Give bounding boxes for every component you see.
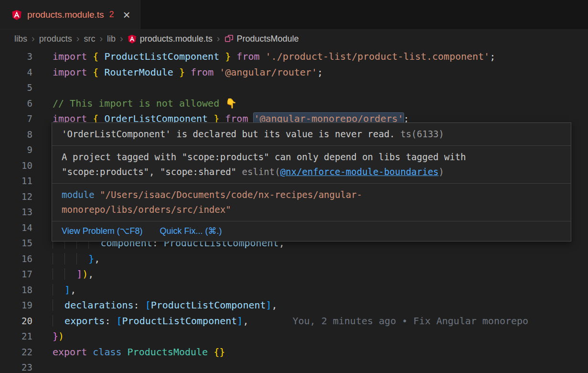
- diagnostic-message-line2: "scope:products", "scope:shared": [62, 166, 242, 177]
- diagnostic-eslint: A project tagged with "scope:products" c…: [52, 146, 571, 184]
- code-token: :: [105, 315, 116, 327]
- code-token: }: [225, 51, 231, 62]
- view-problem-action[interactable]: View Problem (⌥F8): [62, 225, 142, 237]
- indent-guide: [53, 253, 64, 264]
- line-number[interactable]: 18: [0, 282, 32, 298]
- close-icon[interactable]: ×: [123, 9, 130, 21]
- code-line[interactable]: 21}): [0, 329, 588, 344]
- code-token: {: [93, 66, 98, 78]
- indent-guide: [64, 268, 76, 280]
- breadcrumb-label: libs: [14, 34, 27, 44]
- tab-error-count-badge: 2: [109, 10, 114, 20]
- code-token: import: [53, 66, 87, 78]
- code-token: // This import is not allowed 👇: [53, 98, 237, 109]
- code-token: exports: [64, 315, 105, 327]
- code-token: ): [82, 268, 88, 280]
- code-text: ],: [53, 282, 76, 298]
- line-number[interactable]: 14: [0, 220, 32, 236]
- line-number[interactable]: 16: [0, 251, 32, 267]
- code-token: {}: [214, 346, 225, 358]
- code-line[interactable]: 16 },: [0, 251, 588, 267]
- breadcrumb-item-lib[interactable]: lib: [107, 34, 116, 44]
- breadcrumb-label: products: [39, 34, 72, 44]
- code-text: },: [53, 251, 100, 267]
- code-token: }: [179, 66, 185, 78]
- code-token: }: [53, 330, 58, 342]
- line-number[interactable]: 7: [0, 111, 32, 127]
- line-number[interactable]: 8: [0, 127, 32, 143]
- code-token: [: [116, 315, 122, 327]
- line-number[interactable]: 9: [0, 142, 32, 158]
- tab-bar: products.module.ts 2 ×: [0, 0, 588, 30]
- line-number[interactable]: 11: [0, 173, 32, 189]
- vscode-window: { "colors": { "accent_link": "#4daafc", …: [0, 0, 588, 373]
- breadcrumb-label: products.module.ts: [140, 34, 213, 44]
- angular-icon: [128, 34, 137, 44]
- breadcrumb-item-products[interactable]: products: [39, 34, 72, 44]
- breadcrumb-label: lib: [107, 34, 116, 44]
- code-text: exports: [ProductListComponent],You, 2 m…: [53, 313, 528, 329]
- indent-guide: [53, 299, 64, 311]
- code-line[interactable]: 4import { RouterModule } from '@angular/…: [0, 65, 588, 80]
- code-token: RouterModule: [98, 66, 179, 78]
- code-line[interactable]: 23: [0, 360, 588, 373]
- line-number[interactable]: 17: [0, 266, 32, 282]
- code-token: ): [58, 330, 64, 342]
- code-line[interactable]: 5: [0, 80, 588, 96]
- code-line[interactable]: 19 declarations: [ProductListComponent],: [0, 297, 588, 313]
- code-text: import { RouterModule } from '@angular/r…: [53, 65, 323, 80]
- line-number[interactable]: 13: [0, 204, 32, 220]
- line-number[interactable]: 10: [0, 158, 32, 174]
- code-token: [214, 66, 219, 78]
- tab-title: products.module.ts: [27, 10, 104, 20]
- code-line[interactable]: 3import { ProductListComponent } from '.…: [0, 49, 588, 65]
- symbol-module-icon: [225, 34, 234, 44]
- line-number[interactable]: 4: [0, 65, 32, 80]
- tab-products-module-ts[interactable]: products.module.ts 2 ×: [0, 0, 140, 29]
- code-token: [260, 51, 266, 62]
- code-text: // This import is not allowed 👇: [53, 96, 237, 111]
- code-line[interactable]: 6// This import is not allowed 👇: [0, 96, 588, 111]
- line-number[interactable]: 20: [0, 313, 32, 329]
- line-number[interactable]: 15: [0, 235, 32, 251]
- diagnostic-source-suffix: ): [438, 166, 444, 177]
- line-number[interactable]: 23: [0, 360, 32, 373]
- code-text: }): [53, 329, 64, 344]
- code-line[interactable]: 20 exports: [ProductListComponent],You, …: [0, 313, 588, 329]
- line-number[interactable]: 12: [0, 189, 32, 205]
- code-token: '@angular/router': [219, 66, 317, 78]
- code-editor[interactable]: 3import { ProductListComponent } from '.…: [0, 48, 588, 373]
- breadcrumb-item-symbol[interactable]: ProductsModule: [225, 34, 299, 44]
- code-token: './product-list/product-list.component': [266, 51, 490, 62]
- line-number[interactable]: 6: [0, 96, 32, 111]
- line-number[interactable]: 22: [0, 344, 32, 360]
- code-token: [: [145, 299, 151, 311]
- code-line[interactable]: 18 ],: [0, 282, 588, 298]
- code-token: [87, 346, 93, 358]
- quick-fix-action[interactable]: Quick Fix... (⌘.): [160, 225, 222, 237]
- diagnostic-message: 'OrderListComponent' is declared but its…: [62, 129, 395, 139]
- diagnostic-ts6133: 'OrderListComponent' is declared but its…: [52, 123, 571, 146]
- breadcrumbs: libs › products › src › lib › products.m…: [0, 30, 588, 48]
- breadcrumb-item-libs[interactable]: libs: [14, 34, 27, 44]
- code-text: export class ProductsModule {}: [53, 344, 225, 360]
- code-token: ]: [266, 299, 272, 311]
- breadcrumb-item-src[interactable]: src: [84, 34, 95, 44]
- code-line[interactable]: 17 ]),: [0, 266, 588, 282]
- code-token: ProductListComponent: [98, 51, 225, 62]
- angular-icon: [11, 10, 22, 20]
- chevron-right-icon: ›: [217, 33, 220, 44]
- line-number[interactable]: 21: [0, 329, 32, 344]
- line-number[interactable]: 19: [0, 297, 32, 313]
- eslint-rule-link[interactable]: @nx/enforce-module-boundaries: [280, 166, 439, 177]
- chevron-right-icon: ›: [32, 33, 35, 44]
- code-line[interactable]: 22export class ProductsModule {}: [0, 344, 588, 360]
- code-token: declarations: [64, 299, 134, 311]
- breadcrumb-label: src: [84, 34, 95, 44]
- line-number[interactable]: 5: [0, 80, 32, 96]
- module-path-line1: "/Users/isaac/Documents/code/nx-recipes/…: [95, 189, 363, 200]
- breadcrumb-label: ProductsModule: [237, 34, 299, 44]
- code-token: ProductListComponent: [122, 315, 237, 327]
- breadcrumb-item-file[interactable]: products.module.ts: [128, 34, 213, 44]
- line-number[interactable]: 3: [0, 49, 32, 65]
